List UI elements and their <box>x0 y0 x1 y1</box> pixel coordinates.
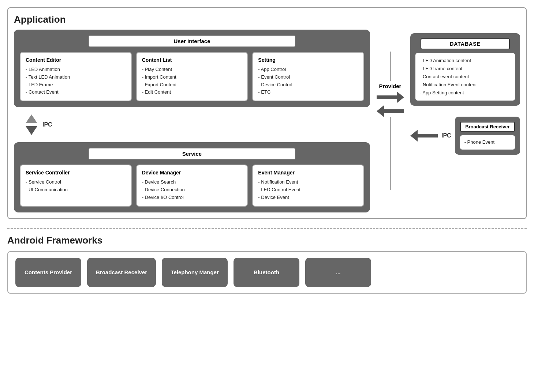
arrow-left-bottom <box>377 105 404 117</box>
broadcast-receiver-right-container: Broadcast Receiver - Phone Event <box>455 117 520 154</box>
event-manager-item-1: - LED Control Event <box>258 186 358 194</box>
setting-item-2: - Device Control <box>258 81 358 89</box>
service-title: Service <box>89 148 295 159</box>
ipc-section: IPC <box>14 107 370 142</box>
broadcast-item-0: - Phone Event <box>464 138 511 146</box>
content-editor-item-2: - LED Frame <box>26 81 126 89</box>
content-list-item-3: - Edit Content <box>142 88 242 96</box>
setting-title: Setting <box>258 57 358 63</box>
svg-marker-0 <box>26 114 37 123</box>
provider-label: Provider <box>379 83 402 89</box>
dashed-divider <box>7 228 527 229</box>
db-item-0: - LED Animation content <box>420 57 511 65</box>
content-list-item-2: - Export Content <box>142 81 242 89</box>
device-manager-item-0: - Device Search <box>142 178 242 186</box>
service-controller-box: Service Controller - Service Control - U… <box>20 165 132 206</box>
android-section: Android Frameworks Contents Provider Bro… <box>7 235 527 294</box>
vert-line-bottom <box>390 117 391 190</box>
service-boxes-row: Service Controller - Service Control - U… <box>20 165 364 206</box>
broadcast-receiver-right-title: Broadcast Receiver <box>460 122 515 132</box>
ui-boxes-row: Content Editor - LED Animation - Text LE… <box>20 52 364 101</box>
event-manager-title: Event Manager <box>258 170 358 176</box>
event-manager-box: Event Manager - Notification Event - LED… <box>252 165 364 206</box>
page-container: Application User Interface Content Edito… <box>7 7 527 294</box>
framework-pill-0: Contents Provider <box>15 258 81 287</box>
database-title: DATABASE <box>421 38 510 49</box>
arrow-up-icon <box>25 114 38 124</box>
arrow-right-top <box>377 91 404 103</box>
event-manager-item-0: - Notification Event <box>258 178 358 186</box>
double-arrows <box>377 91 404 117</box>
framework-pill-4: ... <box>305 258 371 287</box>
content-editor-item-0: - LED Animation <box>26 66 126 74</box>
content-list-title: Content List <box>142 57 242 63</box>
content-list-item-0: - Play Content <box>142 66 242 74</box>
db-item-3: - Notification Event content <box>420 81 511 89</box>
setting-item-1: - Event Control <box>258 74 358 81</box>
device-manager-item-2: - Device I/O Control <box>142 194 242 201</box>
content-editor-title: Content Editor <box>26 57 126 63</box>
framework-box: Contents Provider Broadcast Receiver Tel… <box>7 251 527 294</box>
service-controller-title: Service Controller <box>26 170 126 176</box>
ipc-label: IPC <box>42 121 52 128</box>
middle-connector: Provider <box>370 30 410 190</box>
ipc-right-row: IPC Broadcast Receiver - Phone Event <box>410 117 520 154</box>
content-editor-item-1: - Text LED Animation <box>26 74 126 81</box>
vert-line-top <box>390 52 391 81</box>
arrow-down-icon <box>25 125 38 136</box>
left-diagram-col: User Interface Content Editor - LED Anim… <box>14 30 370 212</box>
service-controller-item-0: - Service Control <box>26 178 126 186</box>
framework-pill-1: Broadcast Receiver <box>87 258 156 287</box>
device-manager-item-1: - Device Connection <box>142 186 242 194</box>
ui-title: User Interface <box>89 35 295 47</box>
android-title: Android Frameworks <box>7 235 527 246</box>
content-list-item-1: - Import Content <box>142 74 242 81</box>
ipc-arrows <box>25 114 38 136</box>
broadcast-receiver-right-inner: - Phone Event <box>460 135 515 149</box>
db-item-1: - LED frame content <box>420 65 511 73</box>
content-editor-item-3: - Contact Event <box>26 88 126 96</box>
setting-box: Setting - App Control - Event Control - … <box>252 52 364 101</box>
database-container: DATABASE - LED Animation content - LED f… <box>410 33 520 106</box>
ipc-right-label: IPC <box>441 132 451 139</box>
device-manager-box: Device Manager - Device Search - Device … <box>136 165 248 206</box>
event-manager-item-2: - Device Event <box>258 194 358 201</box>
db-item-2: - Contact event content <box>420 73 511 81</box>
setting-item-3: - ETC <box>258 88 358 96</box>
application-section: Application User Interface Content Edito… <box>7 7 527 219</box>
content-list-box: Content List - Play Content - Import Con… <box>136 52 248 101</box>
app-title: Application <box>14 14 520 25</box>
framework-pill-2: Telephony Manger <box>162 258 228 287</box>
svg-marker-1 <box>26 126 37 135</box>
framework-pill-3: Bluetooth <box>234 258 299 287</box>
content-editor-box: Content Editor - LED Animation - Text LE… <box>20 52 132 101</box>
setting-item-0: - App Control <box>258 66 358 74</box>
right-col: DATABASE - LED Animation content - LED f… <box>410 30 520 155</box>
database-inner: - LED Animation content - LED frame cont… <box>415 53 515 101</box>
service-dark-container: Service Service Controller - Service Con… <box>14 142 370 212</box>
db-item-4: - App Setting content <box>420 89 511 97</box>
ui-dark-container: User Interface Content Editor - LED Anim… <box>14 30 370 107</box>
ipc-arrow-left <box>410 130 438 142</box>
service-controller-item-1: - UI Communication <box>26 186 126 194</box>
device-manager-title: Device Manager <box>142 170 242 176</box>
